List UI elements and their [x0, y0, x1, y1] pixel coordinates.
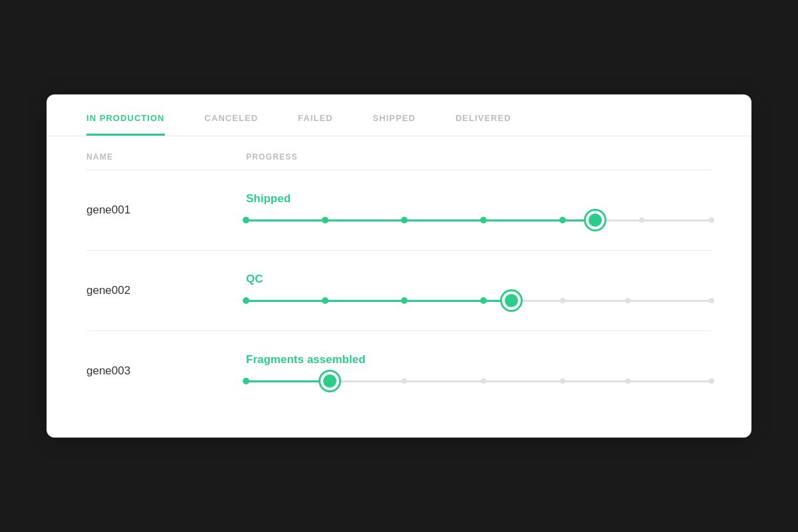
progress-cell: Fragments assembled — [246, 353, 712, 389]
track-dot-inactive — [639, 217, 644, 223]
track-dot — [322, 297, 329, 304]
gene-name: gene003 — [86, 364, 246, 378]
track-dot-inactive — [560, 298, 565, 303]
progress-cell: Shipped — [246, 192, 712, 228]
table-row: gene001 Shipped — [47, 170, 751, 250]
gene-name: gene002 — [86, 284, 246, 297]
tab-shipped[interactable]: SHIPPED — [373, 94, 416, 136]
track-dot — [401, 217, 408, 223]
status-label: Shipped — [246, 192, 712, 205]
progress-track — [246, 373, 712, 389]
track-dot-inactive — [709, 217, 714, 223]
track-dot — [401, 297, 408, 304]
table-row: gene003 Fragments assembled — [47, 331, 751, 411]
table-header: NAME PROGRESS — [47, 136, 751, 170]
status-label: QC — [246, 273, 712, 286]
progress-current-dot — [502, 291, 521, 310]
track-dot-inactive — [560, 378, 565, 384]
progress-current-dot — [586, 211, 604, 229]
track-dot-inactive — [709, 378, 714, 384]
track-dot — [480, 297, 487, 304]
tab-canceled[interactable]: CANCELED — [205, 94, 259, 136]
track-dot-inactive — [402, 378, 407, 384]
track-dot-inactive — [625, 298, 630, 303]
track-dot — [243, 378, 249, 384]
status-label: Fragments assembled — [246, 353, 712, 366]
gene-name: gene001 — [86, 203, 246, 217]
progress-cell: QC — [246, 273, 712, 309]
col-header-progress: PROGRESS — [246, 152, 712, 162]
tab-failed[interactable]: FAILED — [298, 94, 332, 136]
main-card: IN PRODUCTION CANCELED FAILED SHIPPED DE… — [47, 94, 751, 438]
track-fill — [246, 219, 595, 221]
track-fill — [246, 300, 511, 302]
tab-bar: IN PRODUCTION CANCELED FAILED SHIPPED DE… — [47, 94, 751, 136]
progress-track — [246, 293, 712, 309]
track-fill — [246, 380, 330, 382]
progress-track — [246, 212, 712, 228]
track-dot — [480, 217, 487, 223]
col-header-name: NAME — [86, 152, 246, 162]
track-dot — [243, 297, 249, 304]
progress-current-dot — [321, 372, 339, 390]
track-dot-inactive — [481, 378, 486, 384]
track-dot-inactive — [625, 378, 630, 384]
table-row: gene002 QC — [47, 251, 751, 331]
track-dot — [559, 217, 566, 223]
track-dot-inactive — [709, 298, 714, 303]
track-dot — [243, 217, 249, 223]
tab-in-production[interactable]: IN PRODUCTION — [86, 94, 165, 136]
track-dot — [322, 217, 329, 223]
tab-delivered[interactable]: DELIVERED — [456, 94, 511, 136]
